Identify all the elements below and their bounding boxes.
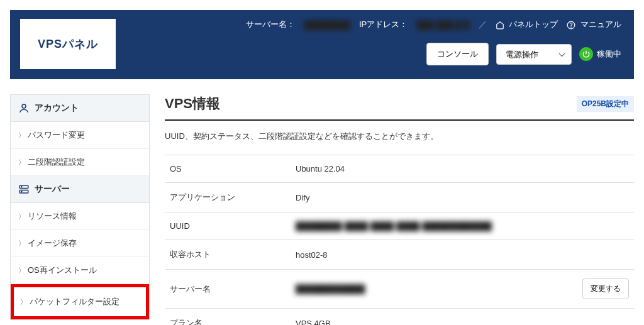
sidebar-item-highlight: 〉 パケットフィルター設定 (11, 284, 149, 319)
power-select[interactable]: 電源操作 (496, 44, 572, 65)
label-app: アプリケーション (165, 183, 291, 212)
table-row-server-name: サーバー名 ████████████ 変更する (165, 270, 634, 309)
server-icon (18, 184, 30, 195)
value-uuid: ████████-████-████-████-████████████ (296, 221, 492, 231)
power-select-wrap: 電源操作 (496, 44, 572, 65)
value-server-name: ████████████ (296, 284, 365, 294)
console-button[interactable]: コンソール (426, 43, 489, 65)
ip-value: ███.███.█.█ (416, 20, 470, 30)
label-host: 収容ホスト (165, 240, 291, 270)
svg-point-2 (22, 104, 26, 108)
value-os: Ubuntu 22.04 (291, 155, 571, 183)
chevron-right-icon: 〉 (20, 297, 27, 307)
table-row-uuid: UUID ████████-████-████-████-███████████… (165, 212, 634, 240)
sidebar-item-resources[interactable]: 〉 リソース情報 (11, 203, 149, 230)
sidebar-section-server: サーバー (11, 176, 149, 203)
home-icon (496, 21, 504, 30)
logo-text: VPSパネル (38, 38, 98, 50)
change-server-name-button[interactable]: 変更する (582, 278, 629, 299)
chevron-right-icon: 〉 (18, 131, 25, 140)
sidebar-item-2fa[interactable]: 〉 二段階認証設定 (11, 149, 149, 176)
sidebar-item-password[interactable]: 〉 パスワード変更 (11, 122, 149, 149)
page-title-row: VPS情報 OP25B設定中 (165, 94, 634, 121)
manual-link[interactable]: マニュアル (567, 19, 621, 30)
logo: VPSパネル (20, 19, 116, 69)
ip-label: IPアドレス： (359, 19, 408, 30)
sidebar-item-packet-filter[interactable]: 〉 パケットフィルター設定 (14, 287, 146, 316)
vps-info-table: OS Ubuntu 22.04 アプリケーション Dify UUID █████… (165, 155, 634, 325)
help-icon (567, 21, 575, 30)
value-host: host02-8 (291, 240, 571, 270)
table-row-os: OS Ubuntu 22.04 (165, 155, 634, 183)
chevron-right-icon: 〉 (18, 239, 25, 248)
op25b-badge: OP25B設定中 (577, 96, 634, 112)
svg-point-5 (21, 187, 22, 187)
label-uuid: UUID (165, 212, 291, 240)
label-plan: プラン名 (165, 309, 291, 326)
sidebar-item-image-save[interactable]: 〉 イメージ保存 (11, 230, 149, 257)
svg-point-1 (571, 26, 572, 27)
table-row-plan: プラン名 VPS 4GB (165, 309, 634, 326)
svg-point-6 (21, 191, 22, 192)
value-app: Dify (291, 183, 571, 212)
label-server-name: サーバー名 (165, 270, 291, 309)
page-description: UUID、契約ステータス、二段階認証設定などを確認することができます。 (165, 131, 634, 142)
sidebar-item-os-reinstall[interactable]: 〉 OS再インストール (11, 257, 149, 284)
value-plan: VPS 4GB (291, 309, 571, 326)
header: VPSパネル サーバー名： ████████ IPアドレス： ███.███.█… (10, 10, 634, 79)
table-row-app: アプリケーション Dify (165, 183, 634, 212)
chevron-right-icon: 〉 (18, 266, 25, 275)
panel-top-link[interactable]: パネルトップ (496, 19, 558, 30)
separator: ／ (479, 19, 487, 30)
sidebar-section-account: アカウント (11, 95, 149, 122)
main-content: VPS情報 OP25B設定中 UUID、契約ステータス、二段階認証設定などを確認… (165, 94, 634, 325)
server-name-value: ████████ (304, 20, 350, 30)
power-on-icon (579, 47, 593, 61)
status-indicator: 稼働中 (579, 47, 621, 61)
label-os: OS (165, 155, 291, 183)
chevron-right-icon: 〉 (18, 158, 25, 167)
table-row-host: 収容ホスト host02-8 (165, 240, 634, 270)
server-name-label: サーバー名： (246, 19, 295, 30)
person-icon (18, 102, 30, 114)
sidebar: アカウント 〉 パスワード変更 〉 二段階認証設定 サーバー 〉 リソース情報 (10, 94, 150, 320)
chevron-right-icon: 〉 (18, 212, 25, 221)
page-title: VPS情報 (165, 94, 220, 113)
status-text: 稼働中 (597, 48, 621, 60)
